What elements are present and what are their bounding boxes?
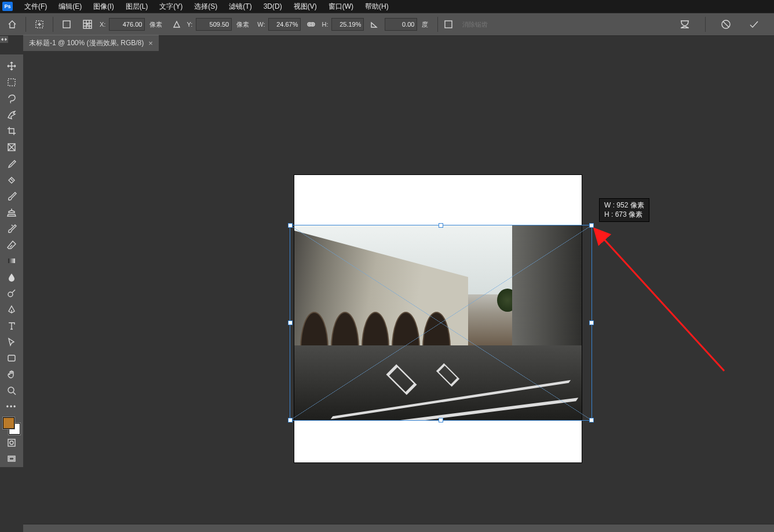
- gradient-tool[interactable]: [2, 253, 21, 269]
- color-swatches[interactable]: [2, 417, 21, 435]
- angle-unit: 度: [422, 20, 428, 29]
- h-label: H:: [322, 21, 328, 28]
- antialias-label: 消除锯齿: [462, 20, 488, 29]
- status-bar: [23, 524, 774, 532]
- document-canvas[interactable]: [294, 175, 582, 462]
- transform-size-tooltip: W : 952 像素 H : 673 像素: [599, 198, 649, 222]
- path-select-tool[interactable]: [2, 334, 21, 350]
- transform-handle-br[interactable]: [589, 418, 594, 422]
- menu-bar: Ps 文件(F) 编辑(E) 图像(I) 图层(L) 文字(Y) 选择(S) 滤…: [0, 0, 774, 13]
- app-logo-icon: Ps: [2, 2, 13, 11]
- svg-rect-1: [63, 21, 70, 28]
- history-brush-tool[interactable]: [2, 220, 21, 236]
- healing-brush-tool[interactable]: [2, 172, 21, 188]
- w-label: W:: [257, 21, 265, 28]
- cancel-transform-icon[interactable]: [717, 16, 735, 32]
- y-label: Y:: [187, 21, 192, 28]
- frame-tool[interactable]: [2, 139, 21, 155]
- menu-edit[interactable]: 编辑(E): [53, 0, 87, 13]
- annotation-arrow-icon: [591, 226, 742, 377]
- y-unit: 像素: [236, 20, 249, 29]
- options-bar: X: 像素 Y: 像素 W: H: 度 消除锯齿: [0, 13, 774, 36]
- separator: [25, 17, 26, 32]
- tooltip-width: W : 952 像素: [604, 201, 644, 210]
- svg-rect-8: [8, 258, 15, 263]
- marquee-tool[interactable]: [2, 74, 21, 90]
- svg-rect-15: [9, 457, 14, 460]
- more-tools-icon[interactable]: •••: [2, 399, 21, 415]
- menu-filter[interactable]: 滤镜(T): [223, 0, 257, 13]
- menu-image[interactable]: 图像(I): [87, 0, 119, 13]
- transform-handle-tr[interactable]: [589, 223, 594, 228]
- screen-mode-icon[interactable]: [2, 451, 21, 467]
- svg-point-13: [10, 441, 13, 444]
- menu-file[interactable]: 文件(F): [19, 0, 53, 13]
- x-input[interactable]: [109, 18, 145, 31]
- svg-point-11: [8, 387, 14, 393]
- move-tool[interactable]: [2, 58, 21, 74]
- svg-rect-10: [8, 355, 15, 361]
- transform-handle-ml[interactable]: [288, 320, 293, 325]
- svg-rect-12: [8, 439, 15, 446]
- w-input[interactable]: [268, 18, 301, 31]
- separator: [437, 17, 438, 32]
- crop-tool[interactable]: [2, 123, 21, 139]
- menu-help[interactable]: 帮助(H): [359, 0, 395, 13]
- menu-type[interactable]: 文字(Y): [154, 0, 188, 13]
- home-icon[interactable]: [3, 16, 21, 32]
- svg-rect-4: [445, 21, 452, 28]
- transform-selection-icon[interactable]: [31, 16, 48, 32]
- quick-mask-icon[interactable]: [2, 435, 21, 451]
- rotate-angle-icon[interactable]: [367, 16, 381, 32]
- lasso-tool[interactable]: [2, 90, 21, 107]
- x-unit: 像素: [149, 20, 162, 29]
- canvas-area[interactable]: W : 952 像素 H : 673 像素: [23, 53, 774, 524]
- type-tool[interactable]: [2, 318, 21, 334]
- brush-tool[interactable]: [2, 188, 21, 204]
- document-tab-title: 未标题-1 @ 100% (漫画效果, RGB/8): [29, 38, 144, 48]
- angle-input[interactable]: [385, 18, 417, 31]
- separator: [705, 17, 706, 32]
- reference-grid-icon[interactable]: [79, 16, 96, 32]
- commit-transform-icon[interactable]: [745, 16, 762, 32]
- transform-handle-mr[interactable]: [589, 320, 594, 325]
- h-input[interactable]: [331, 18, 364, 31]
- menu-select[interactable]: 选择(S): [188, 0, 223, 13]
- svg-line-16: [603, 238, 724, 371]
- hand-tool[interactable]: [2, 366, 21, 382]
- transform-handle-bl[interactable]: [288, 418, 293, 422]
- tooltip-height: H : 673 像素: [604, 210, 644, 220]
- svg-rect-6: [8, 79, 15, 86]
- quick-select-tool[interactable]: [2, 107, 21, 123]
- antialias-checkbox[interactable]: [443, 16, 454, 32]
- close-tab-icon[interactable]: ×: [148, 39, 153, 48]
- foreground-color-swatch[interactable]: [3, 417, 14, 429]
- eyedropper-tool[interactable]: [2, 155, 21, 172]
- svg-point-9: [8, 292, 13, 297]
- blur-tool[interactable]: [2, 269, 21, 285]
- document-tab[interactable]: 未标题-1 @ 100% (漫画效果, RGB/8) ×: [23, 35, 159, 51]
- clone-stamp-tool[interactable]: [2, 204, 21, 220]
- menu-view[interactable]: 视图(V): [288, 0, 323, 13]
- menu-window[interactable]: 窗口(W): [323, 0, 359, 13]
- tool-panel: •••: [0, 54, 23, 467]
- y-input[interactable]: [196, 18, 232, 31]
- transform-handle-tl[interactable]: [288, 223, 293, 228]
- document-tab-bar: 未标题-1 @ 100% (漫画效果, RGB/8) ×: [23, 36, 774, 51]
- rectangle-tool[interactable]: [2, 350, 21, 366]
- x-label: X:: [100, 21, 105, 28]
- separator: [53, 17, 53, 32]
- pen-tool[interactable]: [2, 301, 21, 318]
- dodge-tool[interactable]: [2, 285, 21, 301]
- reference-point-icon[interactable]: [58, 16, 75, 32]
- delta-icon[interactable]: [170, 16, 183, 32]
- collapse-panels-icon[interactable]: [0, 36, 8, 43]
- link-aspect-icon[interactable]: [304, 16, 318, 32]
- menu-3d[interactable]: 3D(D): [258, 1, 288, 12]
- menu-layer[interactable]: 图层(L): [120, 0, 154, 13]
- eraser-tool[interactable]: [2, 236, 21, 253]
- zoom-tool[interactable]: [2, 382, 21, 399]
- svg-point-3: [87, 24, 89, 25]
- placed-image[interactable]: [294, 225, 582, 421]
- warp-mode-icon[interactable]: [676, 16, 693, 32]
